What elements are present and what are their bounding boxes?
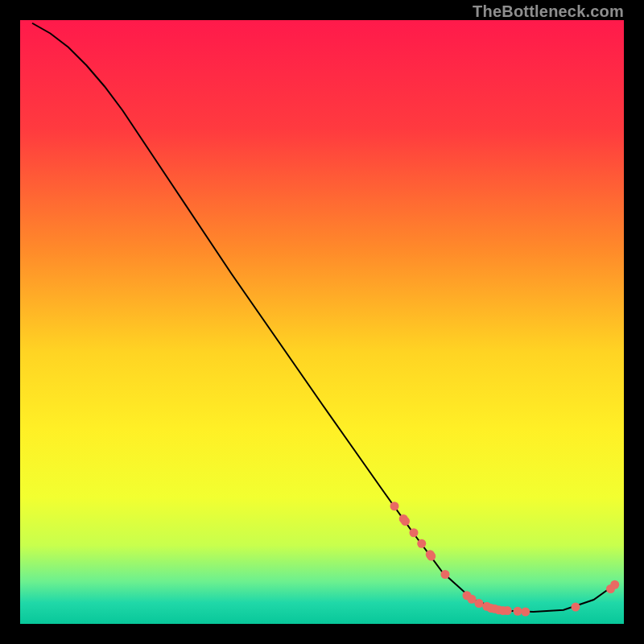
watermark-text: TheBottleneck.com bbox=[473, 2, 624, 21]
data-marker bbox=[572, 603, 580, 612]
data-marker bbox=[427, 552, 436, 561]
chart-frame: TheBottleneck.com bbox=[20, 20, 624, 624]
data-marker bbox=[441, 570, 450, 579]
data-marker bbox=[390, 502, 399, 510]
data-marker bbox=[417, 539, 426, 548]
data-marker bbox=[521, 608, 530, 617]
data-marker bbox=[514, 607, 522, 616]
data-marker bbox=[475, 599, 484, 608]
data-marker bbox=[503, 606, 512, 615]
data-marker bbox=[401, 517, 410, 526]
data-marker bbox=[410, 528, 419, 537]
data-marker bbox=[610, 580, 619, 589]
chart-plot bbox=[20, 20, 624, 624]
gradient-bg bbox=[20, 20, 624, 624]
